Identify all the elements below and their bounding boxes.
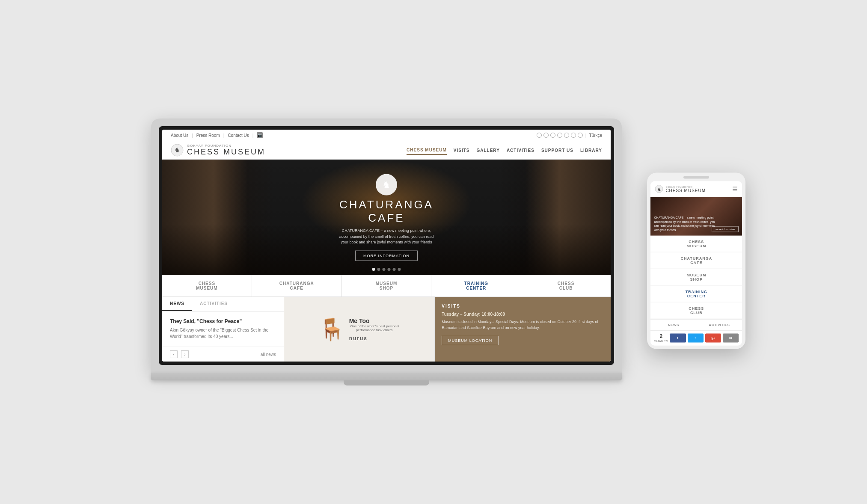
logo-nav: ♞ GOKYAY FOUNDATION CHESS MUSEUM CHESS M… [162, 141, 611, 159]
more-information-button[interactable]: more information [355, 250, 418, 261]
hero-section: ♞ CHATURANGA CAFE CHATURANGA CAFE – a ne… [162, 160, 611, 275]
site-content: NEWS ACTIVITIES They Said, "Chess for Pe… [162, 297, 611, 362]
news-tabs: NEWS ACTIVITIES [162, 297, 284, 311]
share-twitter-button[interactable]: t [688, 334, 704, 343]
tab-museum-shop[interactable]: MUSEUMSHOP [342, 275, 432, 296]
news-tab-activities[interactable]: ACTIVITIES [192, 297, 235, 311]
svg-text:♞: ♞ [174, 146, 180, 154]
phone-more-info-button[interactable]: more information [712, 226, 739, 232]
youtube-icon[interactable] [557, 133, 562, 138]
sep1: | [192, 133, 193, 138]
nav-support[interactable]: SUPPORT US [541, 146, 573, 154]
museum-location-button[interactable]: museum location [442, 336, 499, 345]
hero-dot-2[interactable] [377, 268, 380, 271]
nav-chess-museum[interactable]: CHESS MUSEUM [407, 146, 447, 155]
share-count-label: SHARES [654, 339, 668, 343]
press-room-link[interactable]: Press Room [196, 133, 220, 138]
logo-area: ♞ GOKYAY FOUNDATION CHESS MUSEUM [171, 144, 265, 157]
news-prev-button[interactable]: ‹ [170, 350, 178, 358]
phone-logo-text: GOKYAY FOUNDATION CHESS MUSEUM [665, 185, 706, 193]
logo-foundation: GOKYAY FOUNDATION [187, 144, 265, 148]
laptop-stand [344, 380, 429, 385]
linkedin-icon[interactable] [571, 133, 576, 138]
ad-text-area: Me Too One of the world's best personal … [349, 317, 401, 341]
phone-notch [683, 176, 709, 179]
nav-library[interactable]: LIBRARY [580, 146, 602, 154]
ad-logo: nurus [349, 335, 401, 341]
phone-nav-museum-shop[interactable]: MUSEUMSHOP [650, 269, 742, 286]
phone-menu-icon[interactable]: ☰ [732, 186, 738, 193]
twitter-icon[interactable] [543, 133, 549, 138]
contact-us-link[interactable]: Contact Us [228, 133, 249, 138]
phone-tab-news[interactable]: NEWS [650, 320, 696, 330]
ad-tagline: One of the world's best personal perform… [349, 324, 401, 332]
nav-gallery[interactable]: GALLERY [476, 146, 499, 154]
share-googleplus-button[interactable]: g+ [705, 334, 721, 343]
hero-dot-4[interactable] [388, 268, 391, 271]
site-tabs: CHESSMUSEUM CHATURANGACAFE MUSEUMSHOP TR… [162, 275, 611, 297]
site-header: About Us | Press Room | Contact Us | 📷 [162, 130, 611, 160]
phone-nav-chaturanga-cafe[interactable]: CHATURANGACAFE [650, 252, 742, 269]
sep2: | [223, 133, 225, 138]
scene: About Us | Press Room | Contact Us | 📷 [0, 0, 867, 504]
hero-dot-5[interactable] [393, 268, 396, 271]
chair-image: 🪑 [318, 319, 345, 340]
phone-tab-activities[interactable]: ACTIVITIES [696, 320, 742, 330]
phone-logo-chess-icon: ♞ [655, 185, 663, 193]
news-arrows: ‹ › [170, 350, 189, 358]
share-email-button[interactable]: ✉ [723, 334, 739, 343]
news-tab-news[interactable]: NEWS [162, 297, 192, 311]
pinterest-icon[interactable] [564, 133, 569, 138]
laptop-bezel: About Us | Press Room | Contact Us | 📷 [159, 126, 614, 365]
news-item: They Said, "Chess for Peace" Akın Gökyay… [162, 311, 284, 347]
instagram-icon[interactable] [550, 133, 555, 138]
visits-note: Museum is closed in Mondays. Special Day… [442, 319, 604, 331]
social-icons [537, 133, 583, 138]
facebook-icon[interactable] [537, 133, 542, 138]
hero-dot-6[interactable] [398, 268, 401, 271]
rss-icon[interactable] [578, 133, 583, 138]
all-news-link[interactable]: all news [261, 352, 276, 357]
hero-content: ♞ CHATURANGA CAFE CHATURANGA CAFE – a ne… [335, 174, 438, 261]
nav-activities[interactable]: ACTIVITIES [507, 146, 534, 154]
top-bar-left: About Us | Press Room | Contact Us | 📷 [171, 132, 263, 138]
sep4: | [585, 133, 587, 138]
phone-nav-training-center[interactable]: TRAININGCENTER [650, 286, 742, 302]
laptop-body: About Us | Press Room | Contact Us | 📷 [151, 119, 622, 373]
tab-chess-club[interactable]: CHESSCLUB [521, 275, 611, 296]
main-nav: CHESS MUSEUM VISITS GALLERY ACTIVITIES S… [407, 146, 602, 155]
logo-name: CHESS MUSEUM [187, 148, 265, 157]
nav-visits[interactable]: VISITS [454, 146, 470, 154]
share-facebook-button[interactable]: f [670, 334, 686, 343]
news-excerpt: Akın Gökyay owner of the "Biggest Chess … [170, 327, 276, 340]
tab-chess-museum[interactable]: CHESSMUSEUM [162, 275, 252, 296]
hero-dot-3[interactable] [383, 268, 386, 271]
camera-icon[interactable]: 📷 [257, 132, 263, 138]
phone-nav-chess-museum[interactable]: CHESSMUSEUM [650, 236, 742, 252]
top-bar-right: | Türkçe [537, 133, 602, 138]
share-count-number: 2 [654, 333, 668, 339]
phone-header: ♞ GOKYAY FOUNDATION CHESS MUSEUM ☰ [650, 181, 742, 197]
hero-subtitle: CHATURANGA CAFE – a new meeting point wh… [335, 228, 438, 246]
about-us-link[interactable]: About Us [171, 133, 188, 138]
visits-hours: Tuesday – Sunday: 10:00-18:00 [442, 312, 604, 317]
phone-hero: CHATURANGA CAFE – a new meeting point, a… [650, 197, 742, 236]
logo-chess-icon: ♞ [171, 144, 184, 157]
tab-training-center[interactable]: TRAININGCENTER [431, 275, 521, 296]
phone-screen: ♞ GOKYAY FOUNDATION CHESS MUSEUM ☰ CHATU… [650, 181, 742, 346]
phone-museum-name: CHESS MUSEUM [665, 188, 706, 193]
language-link[interactable]: Türkçe [589, 133, 602, 138]
hero-chess-icon: ♞ [376, 174, 397, 196]
ad-section: 🪑 Me Too One of the world's best persona… [284, 297, 435, 362]
visits-title: VISITS [442, 304, 604, 308]
phone-nav-chess-club[interactable]: CHESSCLUB [650, 302, 742, 319]
ad-inner: 🪑 Me Too One of the world's best persona… [288, 317, 430, 341]
phone-nav-items: CHESSMUSEUM CHATURANGACAFE MUSEUMSHOP TR… [650, 236, 742, 319]
sep3: | [252, 133, 254, 138]
hero-dot-1[interactable] [372, 268, 375, 271]
news-headline[interactable]: They Said, "Chess for Peace" [170, 318, 276, 324]
laptop: About Us | Press Room | Contact Us | 📷 [151, 119, 622, 385]
tab-chaturanga-cafe[interactable]: CHATURANGACAFE [252, 275, 342, 296]
news-next-button[interactable]: › [181, 350, 189, 358]
visits-section: VISITS Tuesday – Sunday: 10:00-18:00 Mus… [435, 297, 611, 362]
